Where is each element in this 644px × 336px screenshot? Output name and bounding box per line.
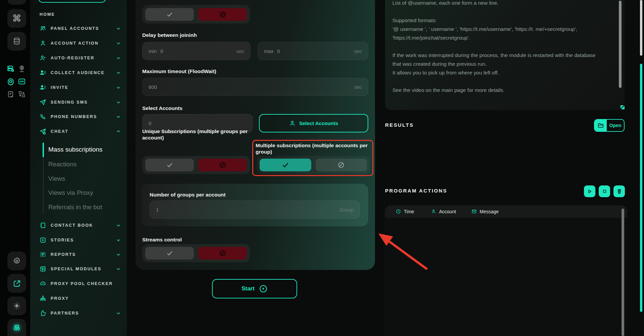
select-accounts-button[interactable]: Select Accounts [259,114,368,132]
sidebar-item-label: SENDING SMS [51,100,88,105]
toggle-check-button[interactable] [145,159,194,171]
phone-icon [40,113,46,120]
sidebar-item-stories[interactable]: STORIES [40,235,123,245]
sidebar-item-sending-sms[interactable]: SENDING SMS [40,97,123,108]
database-button[interactable] [7,32,26,51]
sidebar-item-label: STORIES [51,238,74,242]
submenu-item-reactions[interactable]: Reactions [48,159,77,169]
notebook-icon [40,222,46,229]
select-accounts-label: Select Accounts [142,105,182,111]
unique-subscriptions-label: Unique Subscriptions (multiple groups pe… [142,128,251,141]
sidebar-item-invite[interactable]: INVITE [40,82,123,93]
info-line: '@ username ', ' username ', 'https://t.… [392,25,598,42]
sidebar-item-label: CONTACT BOOK [51,223,93,228]
rail-top-button[interactable] [7,0,26,5]
sidebar-item-partners[interactable]: PARTNERS [40,308,123,319]
table-scrollbar[interactable] [622,209,624,336]
program-actions-label: PROGRAM ACTIONS [385,188,447,193]
gear-icon [12,257,21,265]
external-link-button[interactable] [7,274,26,293]
toggle-block-button[interactable] [198,159,247,171]
sidebar-item-home[interactable]: HOME [40,9,123,20]
clear-button[interactable] [613,185,625,197]
column-header-message[interactable]: Message [472,209,499,214]
sidebar-item-proxy[interactable]: PROXY [40,293,123,304]
settings-button[interactable] [7,251,26,270]
run-button[interactable] [584,185,595,197]
sidebar-item-account-action[interactable]: ACCOUNT ACTION [40,38,123,49]
play-icon [587,189,592,194]
textarea-resize-handle[interactable] [621,105,625,109]
sidebar-item-label: PARTNERS [51,311,79,316]
toggle-check-button[interactable] [145,8,194,21]
page-scrollbar-thumb[interactable] [640,0,642,56]
command-button[interactable]: ⌘ [7,9,26,28]
sidebar-item-contact-book[interactable]: CONTACT BOOK [40,220,123,231]
trash-icon [616,188,622,194]
sidebar-item-reports[interactable]: REPORTS [40,249,123,260]
timeout-label: Maximum timeout (FloodWait) [142,68,216,74]
chevron-down-icon [116,252,121,257]
open-results-button[interactable]: Open [594,119,625,132]
max-delay-input[interactable]: max 0 sec [258,42,368,60]
sidebar-item-cheat[interactable]: CHEAT [40,126,123,137]
stop-button[interactable] [599,185,610,197]
modules-icon [40,266,46,272]
groups-count-input[interactable]: 1 Group [150,201,360,219]
submenu-item-views[interactable]: Views [48,174,65,184]
sidebar-item-label: REPORTS [51,252,76,257]
play-circle-icon [259,284,268,293]
person-list-icon [40,69,46,76]
sliders-icon [12,323,21,332]
sliders-button[interactable] [7,319,26,336]
column-header-time[interactable]: Time [396,209,414,214]
external-link-icon [13,279,21,288]
toggle-block-button[interactable] [316,159,367,171]
chevron-down-icon [116,267,121,271]
server-check-icon[interactable] [6,64,15,73]
swap-boxes-icon[interactable] [17,90,26,99]
toggle-block-button[interactable] [198,247,247,260]
sidebar-item-label: CHEAT [51,129,68,134]
page-scrollbar-track[interactable] [640,64,642,312]
max-unit: sec [354,48,362,54]
start-button-label: Start [241,285,255,292]
sidebar-item-panel-accounts[interactable]: PANEL ACCOUNTS [40,23,123,34]
clipboard-check-icon[interactable] [6,90,15,99]
sidebar-item-special-modules[interactable]: SPECIAL MODULES [40,264,123,274]
toggle-check-button-enabled[interactable] [260,159,311,171]
submenu-item-referrals[interactable]: Referrals in the bot [48,202,102,212]
person-plus-icon [40,55,46,61]
sidebar-item-collect-audience[interactable]: COLLECT AUDIENCE [40,67,123,78]
min-value: 0 [160,48,163,54]
database-icon [12,37,21,46]
groups-per-account-card: Number of groups per account 1 Group [141,184,368,226]
info-line: List of @username, each one form a new l… [392,0,598,7]
chevron-down-icon [116,223,121,228]
start-button[interactable]: Start [212,279,297,298]
timeout-input[interactable]: 600 sec [142,78,368,96]
network-icon [40,295,46,302]
sidebar-item-proxy-pool-checker[interactable]: PROXY POOL CHECKER [40,278,123,289]
select-accounts-button-label: Select Accounts [299,120,338,126]
person-icon [431,209,436,214]
min-delay-input[interactable]: min 0 sec [142,42,251,60]
brightness-button[interactable] [7,296,26,315]
paper-plane-icon [40,99,46,106]
submenu-item-views-via-proxy[interactable]: Views via Proxy [48,188,93,198]
info-textarea[interactable]: List of @username, each one form a new l… [385,0,625,110]
sidebar-item-phone-numbers[interactable]: PHONE NUMBERS [40,111,123,122]
webcam-account-icon[interactable] [17,64,26,73]
toggle-block-button[interactable] [198,8,247,21]
code-window-icon[interactable] [17,77,26,86]
timeout-value: 600 [149,84,157,90]
sidebar-item-auto-register[interactable]: AUTO-REGISTER [40,53,123,63]
thumbs-up-icon [40,310,46,317]
submenu-item-mass-subscriptions[interactable]: Mass subscriptions [48,145,103,155]
streams-control-toggle [142,244,250,262]
column-header-account[interactable]: Account [431,209,456,214]
toggle-check-button[interactable] [145,247,194,260]
textarea-scrollbar[interactable] [619,1,622,88]
open-button-label: Open [607,120,624,131]
gear-module-icon[interactable] [6,77,15,86]
